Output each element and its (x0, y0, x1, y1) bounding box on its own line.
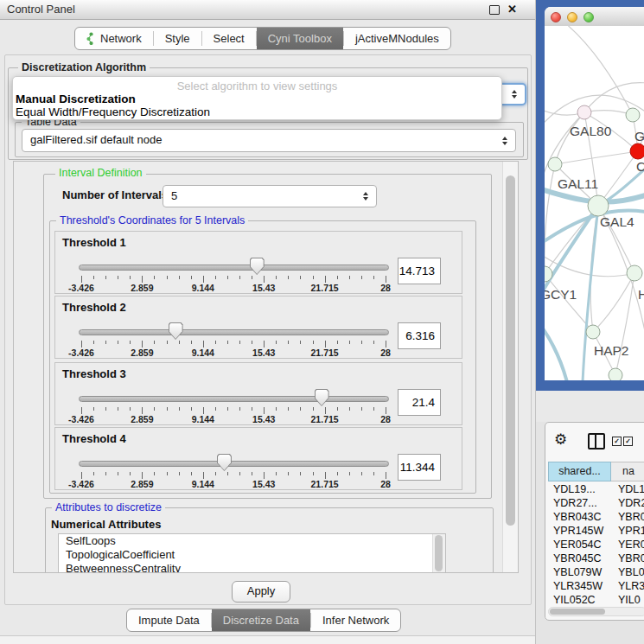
table-header-name[interactable]: na (611, 462, 644, 481)
slider-tick (81, 407, 82, 414)
list-item[interactable]: TopologicalCoefficient (59, 548, 445, 562)
threshold-value-field[interactable]: 11.344 (398, 454, 441, 481)
table-data-combobox[interactable]: galFiltered.sif default node (22, 129, 516, 152)
float-window-icon[interactable] (489, 5, 500, 15)
tab-cyni-toolbox[interactable]: Cyni Toolbox (257, 28, 343, 49)
numerical-attributes-list[interactable]: SelfLoopsTopologicalCoefficientBetweenne… (58, 533, 446, 573)
network-node-green[interactable] (548, 157, 562, 171)
tab-infer-network[interactable]: Infer Network (311, 609, 400, 631)
network-node-green[interactable] (588, 195, 609, 216)
table-row[interactable]: YDR27...YDR2 (548, 496, 644, 510)
table-cell-shared-name[interactable]: YLR345W (548, 579, 611, 593)
gear-icon[interactable]: ⚙ (554, 430, 567, 449)
apply-button[interactable]: Apply (232, 581, 290, 603)
list-scrollbar[interactable] (432, 534, 445, 573)
table-cell-name[interactable]: YDR2 (611, 496, 644, 510)
table-cell-name[interactable]: YIL0 (611, 593, 644, 607)
minimize-traffic-light-icon[interactable] (567, 12, 577, 22)
table-cell-name[interactable]: YPR1 (611, 524, 644, 538)
threshold-value-field[interactable]: 6.316 (398, 322, 441, 349)
table-row[interactable]: YIL052CYIL0 (548, 593, 644, 607)
table-cell-shared-name[interactable]: YER054C (548, 538, 611, 552)
table-cell-name[interactable]: YLR3 (611, 579, 644, 593)
table-row[interactable]: YPR145WYPR1 (548, 524, 644, 538)
slider-tick (313, 276, 314, 279)
tab-impute-data[interactable]: Impute Data (127, 609, 211, 631)
slider-thumb[interactable] (217, 454, 232, 471)
table-row[interactable]: YBL079WYBL0 (548, 565, 644, 579)
network-node-green[interactable] (626, 108, 640, 122)
table-cell-shared-name[interactable]: YBL079W (548, 565, 611, 579)
table-cell-shared-name[interactable]: YDL19... (548, 482, 611, 496)
table-cell-shared-name[interactable]: YBR045C (548, 552, 611, 565)
table-cell-name[interactable]: YBR0 (611, 510, 644, 524)
close-icon[interactable]: ✕ (507, 3, 517, 16)
table-cell-shared-name[interactable]: YBR043C (548, 510, 611, 524)
tab-label: Infer Network (322, 614, 389, 627)
table-cell-name[interactable]: YBL0 (611, 565, 644, 579)
close-traffic-light-icon[interactable] (551, 12, 561, 22)
table-cell-shared-name[interactable]: YDR27... (548, 496, 611, 510)
horizontal-scrollbar[interactable] (548, 607, 644, 616)
horizontal-scrollbar-thumb[interactable] (550, 609, 605, 615)
tab-discretize-data[interactable]: Discretize Data (212, 609, 310, 631)
slider-tick (325, 407, 326, 414)
dropdown-item[interactable]: Manual Discretization (16, 92, 136, 105)
checkbox-icon[interactable] (623, 437, 633, 446)
table-row[interactable]: YBR045CYBR0 (548, 552, 644, 565)
split-columns-icon[interactable] (588, 433, 605, 450)
list-item[interactable]: SelfLoops (59, 534, 445, 548)
table-cell-shared-name[interactable]: YIL052C (548, 593, 611, 607)
threshold-value-field[interactable]: 21.4 (398, 389, 441, 416)
slider-thumb[interactable] (169, 322, 183, 340)
tab-network[interactable]: Network (75, 28, 153, 49)
network-window-titlebar[interactable] (545, 7, 644, 27)
network-node-green[interactable] (609, 368, 622, 380)
table-cell-name[interactable]: YBR0 (611, 552, 644, 565)
list-item[interactable]: BetweennessCentrality (59, 562, 445, 573)
table-header-shared[interactable]: shared... (548, 462, 611, 481)
vertical-scrollbar-thumb[interactable] (506, 175, 515, 526)
slider-tick-label: 21.715 (311, 283, 339, 293)
slider-thumb[interactable] (315, 389, 329, 406)
zoom-traffic-light-icon[interactable] (583, 12, 594, 22)
slider-tick (191, 472, 192, 475)
network-node-green[interactable] (627, 265, 642, 281)
slider-track[interactable] (79, 396, 389, 402)
table-cell-shared-name[interactable]: YPR145W (548, 524, 611, 538)
table-row[interactable]: YER054CYER0 (548, 538, 644, 552)
table-row[interactable]: YBR043CYBR0 (548, 510, 644, 524)
slider-tick (386, 276, 386, 283)
slider-tick-label: 28 (380, 479, 391, 489)
number-of-intervals-combobox[interactable]: 5 (163, 185, 377, 207)
slider-tick (239, 276, 240, 279)
network-node-red[interactable] (630, 143, 644, 159)
tab-style[interactable]: Style (154, 28, 201, 49)
network-node-green[interactable] (586, 325, 600, 339)
threshold-value-field[interactable]: 14.713 (398, 258, 441, 284)
vertical-scrollbar[interactable] (502, 162, 519, 572)
slider-track[interactable] (79, 461, 389, 467)
slider-tick (313, 472, 314, 475)
table-cell-name[interactable]: YDL1 (611, 482, 644, 496)
slider-track[interactable] (79, 329, 389, 335)
network-node-label: G (634, 129, 644, 143)
table-row[interactable]: YDL19...YDL1 (548, 482, 644, 496)
network-node-pink[interactable] (577, 105, 591, 119)
network-edge (555, 151, 638, 164)
slider-tick (349, 276, 350, 279)
tab-select[interactable]: Select (202, 28, 256, 49)
dropdown-item[interactable]: Equal Width/Frequency Discretization (16, 105, 210, 118)
tab-jactivemnodules[interactable]: jActiveMNodules (344, 28, 450, 49)
table-cell-name[interactable]: YER0 (611, 538, 644, 552)
network-canvas[interactable]: GAL80GGAL11CGAL4GCY1HHAP2 (545, 26, 644, 380)
table-row[interactable]: YLR345WYLR3 (548, 579, 644, 593)
slider-tick-label: -3.426 (68, 348, 94, 358)
slider-thumb[interactable] (250, 258, 265, 275)
control-panel-titlebar: Control Panel ✕ (0, 0, 535, 20)
checkbox-icon[interactable] (612, 437, 622, 446)
slider-tick-label: 9.144 (192, 283, 214, 293)
slider-tick (142, 341, 143, 348)
slider-track[interactable] (79, 265, 389, 271)
list-scrollbar-thumb[interactable] (435, 535, 443, 571)
